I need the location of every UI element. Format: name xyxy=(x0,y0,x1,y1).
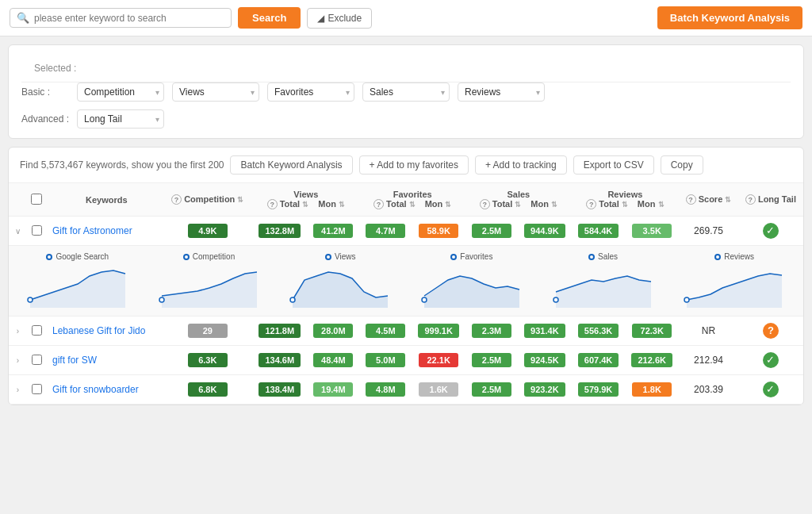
longtail-check-icon: ✓ xyxy=(763,352,779,368)
row-checkbox[interactable] xyxy=(32,225,42,236)
fav-help-icon[interactable]: ? xyxy=(373,199,384,209)
chart-item-google: Google Search xyxy=(12,252,144,309)
longtail-cell: ✓ xyxy=(738,375,803,405)
sales-total-sort-icon[interactable]: ⇅ xyxy=(515,201,521,209)
score-cell: 269.75 xyxy=(679,217,738,246)
search-input[interactable] xyxy=(34,13,224,24)
batch-keyword-analysis-button[interactable]: Batch Keyword Analysis xyxy=(657,6,802,29)
table-row: › Gift for snowboarder 6.8K 138.4M 19.4M… xyxy=(9,375,803,405)
fav-mon-badge: 22.1K xyxy=(419,353,458,367)
views-select[interactable]: Views xyxy=(172,82,259,102)
keyword-cell[interactable]: Gift for Astronomer xyxy=(46,217,163,246)
chart-label-competition: Competition xyxy=(144,252,275,261)
expand-button[interactable]: › xyxy=(13,355,22,366)
competition-cell: 4.9K xyxy=(163,217,252,246)
longtail-check-icon: ✓ xyxy=(763,223,779,239)
fav-mon-sort-icon[interactable]: ⇅ xyxy=(445,201,451,209)
longtail-check-icon: ✓ xyxy=(763,382,779,397)
svg-point-4 xyxy=(553,297,558,302)
expand-button[interactable]: › xyxy=(13,384,22,396)
fav-total-cell: 4.7M xyxy=(359,217,412,246)
col-views-header: Views ? Total ⇅ Mon ⇅ xyxy=(252,183,359,217)
sales-mon-badge: 944.9K xyxy=(524,224,565,238)
sales-mon-cell: 931.4K xyxy=(518,316,572,346)
competition-sort-icon[interactable]: ⇅ xyxy=(237,196,243,204)
chart-dot-competition xyxy=(183,254,190,260)
views-total-sort-icon[interactable]: ⇅ xyxy=(302,201,308,209)
views-help-icon[interactable]: ? xyxy=(267,199,278,209)
toolbar-batch-button[interactable]: Batch Keyword Analysis xyxy=(230,155,352,175)
fav-total-cell: 4.5M xyxy=(359,316,412,346)
fav-total-sort-icon[interactable]: ⇅ xyxy=(409,201,416,209)
competition-help-icon[interactable]: ? xyxy=(171,194,182,205)
fav-mon-badge: 999.1K xyxy=(418,324,458,338)
search-box: 🔍 xyxy=(10,8,232,28)
chart-item-sales: Sales xyxy=(538,252,669,309)
keyword-cell[interactable]: Lebanese Gift for Jido xyxy=(46,316,163,346)
col-favorites-header: Favorites ? Total ⇅ Mon ⇅ xyxy=(359,183,465,217)
row-checkbox[interactable] xyxy=(32,355,42,365)
col-score-header: ? Score ⇅ xyxy=(679,183,738,217)
views-mon-cell: 19.4M xyxy=(307,375,359,405)
views-mon-badge: 28.0M xyxy=(313,324,353,338)
expand-button[interactable]: ∨ xyxy=(12,225,24,237)
competition-badge: 6.3K xyxy=(188,353,228,367)
sales-total-badge: 2.3M xyxy=(472,324,511,338)
sales-help-icon[interactable]: ? xyxy=(480,199,490,209)
competition-select[interactable]: Competition xyxy=(77,82,164,102)
sales-mon-sort-icon[interactable]: ⇅ xyxy=(551,201,557,209)
main-panel: Find 5,573,467 keywords, show you the fi… xyxy=(8,147,804,405)
col-expand-header xyxy=(9,183,27,217)
views-mon-cell: 28.0M xyxy=(307,316,359,346)
sales-mon-cell: 944.9K xyxy=(518,217,572,246)
competition-badge: 4.9K xyxy=(188,224,228,238)
keyword-cell[interactable]: gift for SW xyxy=(46,346,163,375)
exclude-button[interactable]: ◢ Exclude xyxy=(307,8,372,29)
competition-cell: 6.8K xyxy=(163,375,252,405)
favorites-select[interactable]: Favorites xyxy=(267,82,354,102)
views-mon-badge: 19.4M xyxy=(313,382,353,397)
reviews-mon-badge: 1.8K xyxy=(632,382,672,397)
checkbox-cell xyxy=(27,217,46,246)
chart-label-favorites: Favorites xyxy=(406,252,538,261)
reviews-total-cell: 579.9K xyxy=(572,375,626,405)
views-mon-cell: 41.2M xyxy=(307,217,359,246)
longtail-select[interactable]: Long Tail xyxy=(77,109,164,128)
checkbox-cell xyxy=(27,375,46,405)
reviews-help-icon[interactable]: ? xyxy=(586,199,596,209)
toolbar-tracking-button[interactable]: + Add to tracking xyxy=(475,155,567,175)
toolbar-copy-button[interactable]: Copy xyxy=(661,155,703,175)
longtail-help-icon[interactable]: ? xyxy=(745,194,756,205)
views-mon-sort-icon[interactable]: ⇅ xyxy=(339,201,345,209)
competition-cell: 6.3K xyxy=(163,346,252,375)
expand-cell: › xyxy=(9,346,27,375)
row-checkbox[interactable] xyxy=(32,384,42,394)
competition-badge: 29 xyxy=(188,324,228,338)
reviews-mon-sort-icon[interactable]: ⇅ xyxy=(658,201,665,209)
views-mon-cell: 48.4M xyxy=(307,346,359,375)
expand-button[interactable]: › xyxy=(13,325,22,337)
toolbar-export-button[interactable]: Export to CSV xyxy=(573,155,654,175)
col-longtail-header: ? Long Tail xyxy=(738,183,803,217)
table-row: › Lebanese Gift for Jido 29 121.8M 28.0M… xyxy=(9,316,803,346)
sales-select[interactable]: Sales xyxy=(362,82,450,102)
row-checkbox[interactable] xyxy=(32,325,42,336)
search-button[interactable]: Search xyxy=(238,7,301,29)
reviews-select[interactable]: Reviews xyxy=(458,82,545,102)
select-all-checkbox[interactable] xyxy=(31,194,42,205)
sales-total-cell: 2.3M xyxy=(465,316,518,346)
toolbar-favorites-button[interactable]: + Add to my favorites xyxy=(359,155,469,175)
views-mon-badge: 41.2M xyxy=(313,224,353,238)
reviews-mon-cell: 72.3K xyxy=(625,316,679,346)
checkbox-cell xyxy=(27,316,46,346)
score-help-icon[interactable]: ? xyxy=(686,194,696,205)
fav-mon-cell: 1.6K xyxy=(412,375,465,405)
fav-total-badge: 4.5M xyxy=(366,324,405,338)
svg-point-5 xyxy=(684,297,689,302)
score-sort-icon[interactable]: ⇅ xyxy=(725,196,731,204)
reviews-total-sort-icon[interactable]: ⇅ xyxy=(622,201,628,209)
sales-total-cell: 2.5M xyxy=(465,346,518,375)
chart-dot-reviews xyxy=(714,254,721,260)
top-bar: 🔍 Search ◢ Exclude Batch Keyword Analysi… xyxy=(0,0,812,36)
keyword-cell[interactable]: Gift for snowboarder xyxy=(46,375,163,405)
